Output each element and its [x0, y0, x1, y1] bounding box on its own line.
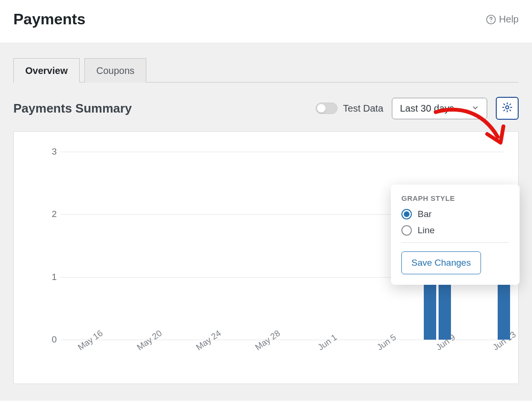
radio-label: Line	[418, 225, 435, 236]
x-tick-label: May 20	[135, 328, 164, 353]
save-changes-button[interactable]: Save Changes	[401, 251, 481, 274]
content-panel: Overview Coupons Payments Summary Test D…	[0, 42, 532, 401]
tab-overview[interactable]: Overview	[13, 58, 80, 83]
summary-row: Payments Summary Test Data Last 30 days	[13, 83, 519, 131]
y-tick-label: 1	[40, 272, 57, 282]
page-header: Payments Help	[0, 0, 532, 42]
tabs: Overview Coupons	[13, 42, 519, 83]
tab-coupons[interactable]: Coupons	[84, 58, 146, 83]
x-tick-label: May 28	[253, 328, 282, 353]
y-tick-label: 3	[40, 146, 57, 157]
chart-bar	[439, 277, 451, 340]
svg-point-1	[491, 21, 491, 22]
x-ticks: May 16May 20May 24May 28Jun 1Jun 5Jun 9J…	[61, 344, 504, 368]
chevron-down-icon	[471, 103, 479, 114]
radio-icon	[401, 225, 412, 236]
toggle-switch[interactable]	[316, 103, 338, 114]
page-title: Payments	[13, 10, 85, 28]
help-icon	[486, 14, 496, 25]
y-tick-label: 0	[40, 334, 57, 345]
x-tick-label: Jun 5	[375, 332, 398, 353]
graph-style-option-line[interactable]: Line	[401, 225, 509, 236]
graph-style-popover: GRAPH STYLE Bar Line Save Changes	[391, 185, 520, 285]
date-range-select[interactable]: Last 30 days	[392, 98, 487, 119]
radio-icon	[401, 209, 412, 219]
help-label: Help	[499, 14, 519, 25]
gridline	[61, 152, 504, 152]
summary-controls: Test Data Last 30 days	[316, 97, 519, 120]
x-tick-label: May 16	[76, 328, 104, 353]
graph-settings-button[interactable]	[496, 97, 519, 120]
popover-title: GRAPH STYLE	[401, 194, 509, 202]
test-data-toggle[interactable]: Test Data	[316, 103, 383, 114]
summary-title: Payments Summary	[13, 101, 132, 116]
toggle-knob	[317, 104, 326, 113]
svg-point-2	[506, 106, 509, 109]
date-range-value: Last 30 days	[400, 103, 454, 114]
gridline	[61, 340, 504, 340]
x-tick-label: Jun 1	[316, 332, 339, 353]
help-link[interactable]: Help	[486, 14, 519, 25]
radio-label: Bar	[418, 209, 432, 219]
x-tick-label: May 24	[194, 328, 223, 353]
toggle-label: Test Data	[343, 103, 383, 114]
tab-label: Coupons	[96, 65, 134, 76]
y-tick-label: 2	[40, 209, 57, 219]
graph-style-option-bar[interactable]: Bar	[401, 209, 509, 219]
gear-icon	[501, 102, 513, 115]
tab-label: Overview	[25, 65, 68, 76]
